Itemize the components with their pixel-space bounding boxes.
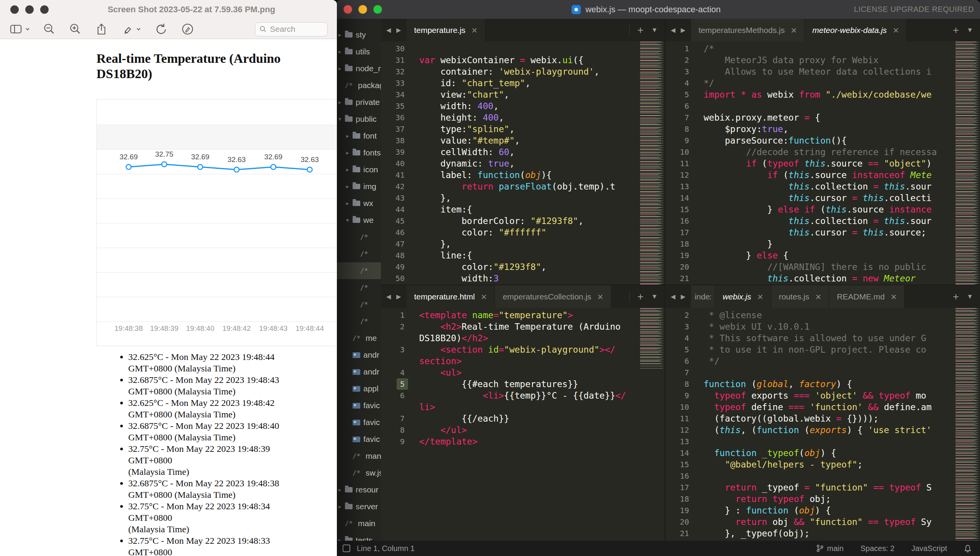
explorer-item[interactable]: /* — [336, 313, 381, 330]
nav-back-icon[interactable]: ◀ — [671, 26, 675, 34]
explorer-item-resour[interactable]: ▸resour — [336, 481, 381, 498]
search-field[interactable]: Search — [255, 22, 328, 36]
nav-forward-icon[interactable]: ▶ — [396, 26, 401, 34]
explorer-item-utils[interactable]: ▸utils — [336, 43, 381, 60]
editor[interactable]: 1/*2 MeteorJS data proxy for Webix3 Allo… — [665, 41, 980, 285]
close-window-button[interactable] — [343, 5, 352, 14]
nav-forward-icon[interactable]: ▶ — [396, 293, 401, 300]
new-tab-icon[interactable]: + — [953, 24, 959, 36]
close-tab-icon[interactable]: × — [791, 25, 797, 35]
minimap[interactable] — [953, 41, 980, 285]
minimap[interactable] — [638, 308, 665, 541]
explorer-item-andr[interactable]: andr — [336, 347, 381, 363]
explorer-item[interactable]: /* — [336, 296, 381, 313]
explorer-item[interactable]: /* — [336, 262, 381, 279]
explorer-item-favic[interactable]: favic — [336, 431, 381, 448]
svg-text:19:48:42: 19:48:42 — [222, 324, 251, 332]
language-mode[interactable]: JavaScript — [911, 544, 947, 553]
tab-temperaturesMethods.js[interactable]: temperaturesMethods.js× — [691, 19, 805, 41]
new-tab-icon[interactable]: + — [637, 24, 644, 36]
nav-forward-icon[interactable]: ▶ — [681, 293, 685, 300]
tab-webix.js[interactable]: webix.js× — [715, 285, 771, 308]
explorer-item-we[interactable]: ▾we — [336, 212, 381, 229]
explorer-item-fonts[interactable]: ▸fonts — [336, 144, 381, 161]
tab-temperature.js[interactable]: temperature.js× — [407, 19, 485, 41]
explorer-item[interactable]: /* — [336, 245, 381, 262]
share-button[interactable] — [95, 23, 108, 36]
marker-icon — [121, 23, 134, 36]
chevron-down-icon[interactable]: ▼ — [967, 26, 973, 34]
explorer-item-packag[interactable]: /*packag — [336, 77, 381, 94]
cursor-position[interactable]: Line 1, Column 1 — [357, 544, 415, 553]
code-line: 2 * @license — [665, 309, 953, 321]
code-line: section> — [381, 355, 638, 367]
folder-icon — [353, 201, 360, 206]
code-line: 17 this.cursor = this.source; — [665, 227, 953, 238]
git-branch[interactable]: main — [817, 544, 843, 553]
explorer-item-img[interactable]: ▸img — [336, 178, 381, 195]
explorer-item-main[interactable]: /*main — [336, 515, 381, 532]
explorer-item-sw.js[interactable]: /*sw.js — [336, 464, 381, 481]
close-tab-icon[interactable]: × — [893, 25, 899, 35]
chevron-down-icon[interactable]: ▼ — [651, 293, 658, 301]
explorer-item-font[interactable]: ▸font — [336, 128, 381, 144]
close-tab-icon[interactable]: × — [598, 292, 603, 302]
markup-toolbar-button[interactable] — [181, 22, 194, 36]
close-tab-icon[interactable]: × — [891, 292, 897, 302]
close-tab-icon[interactable]: × — [757, 292, 763, 302]
new-tab-icon[interactable]: + — [637, 291, 644, 303]
remote-indicator-icon[interactable] — [342, 544, 351, 553]
zoom-out-button[interactable] — [43, 23, 56, 36]
markup-marker-button[interactable] — [121, 23, 141, 36]
explorer-item-man[interactable]: /*man — [336, 448, 381, 464]
explorer-item-node_m[interactable]: ▸node_m — [336, 60, 381, 77]
rotate-button[interactable] — [154, 23, 168, 36]
close-tab-icon[interactable]: × — [815, 292, 821, 302]
file-icon: /* — [360, 301, 370, 308]
explorer-item-public[interactable]: ▾public — [336, 111, 381, 128]
file-icon: /* — [353, 334, 363, 342]
explorer-item-me[interactable]: /*me — [336, 330, 381, 347]
notifications-bell-icon[interactable] — [964, 544, 972, 553]
chevron-down-icon[interactable]: ▼ — [967, 293, 973, 301]
tab-temperature.html[interactable]: temperature.html× — [407, 285, 495, 308]
zoom-window-button[interactable] — [373, 5, 382, 14]
tab-routes.js[interactable]: routes.js× — [771, 285, 830, 308]
tab-README.md[interactable]: README.md× — [829, 285, 905, 308]
explorer-item-appl[interactable]: appl — [336, 380, 381, 397]
explorer-item[interactable]: /* — [336, 229, 381, 245]
nav-back-icon[interactable]: ◀ — [386, 293, 391, 300]
explorer-item-private[interactable]: ▸private — [336, 94, 381, 111]
indentation-setting[interactable]: Spaces: 2 — [861, 544, 895, 553]
code-line: 20 return obj && "function" == typeof Sy — [665, 516, 953, 528]
tab-index.js[interactable]: index.js — [691, 285, 715, 308]
tab-meteor-webix-data.js[interactable]: meteor-webix-data.js× — [805, 19, 907, 41]
close-tab-icon[interactable]: × — [481, 292, 487, 302]
tab-temperaturesCollection.js[interactable]: temperaturesCollection.js× — [495, 285, 611, 308]
zoom-in-button[interactable] — [69, 23, 82, 36]
minimap[interactable] — [953, 308, 980, 541]
desktop: webix.js — moopt-codespace-action LICENS… — [0, 0, 980, 556]
explorer-item-wx[interactable]: ▸wx — [336, 195, 381, 212]
nav-back-icon[interactable]: ◀ — [671, 293, 675, 300]
editor[interactable]: 2 * @license3 * webix UI v.10.0.14 * Thi… — [665, 308, 980, 541]
explorer-item-andr[interactable]: andr — [336, 363, 381, 380]
editor[interactable]: 3031var webixContainer = webix.ui({32 co… — [381, 41, 665, 285]
close-tab-icon[interactable]: × — [472, 25, 477, 35]
sidebar-toggle-button[interactable] — [9, 23, 30, 36]
explorer-item-icon[interactable]: ▸icon — [336, 161, 381, 178]
explorer-item-favic[interactable]: favic — [336, 397, 381, 414]
explorer-item-sty[interactable]: ▸sty — [336, 26, 381, 43]
code-line: 9 typeof exports === 'object' && typeof … — [665, 390, 953, 401]
minimap[interactable] — [638, 41, 665, 285]
chevron-down-icon[interactable]: ▼ — [651, 26, 658, 34]
explorer-item-tests[interactable]: ▸tests — [336, 532, 381, 541]
nav-forward-icon[interactable]: ▶ — [681, 26, 685, 34]
nav-back-icon[interactable]: ◀ — [386, 26, 391, 34]
new-tab-icon[interactable]: + — [953, 291, 959, 303]
explorer-item-server[interactable]: ▸server — [336, 498, 381, 515]
editor[interactable]: 1<template name="temperature">2 <h2>Real… — [381, 308, 665, 541]
minimize-window-button[interactable] — [358, 5, 367, 14]
explorer-item-favic[interactable]: favic — [336, 414, 381, 431]
explorer-item[interactable]: /* — [336, 279, 381, 296]
